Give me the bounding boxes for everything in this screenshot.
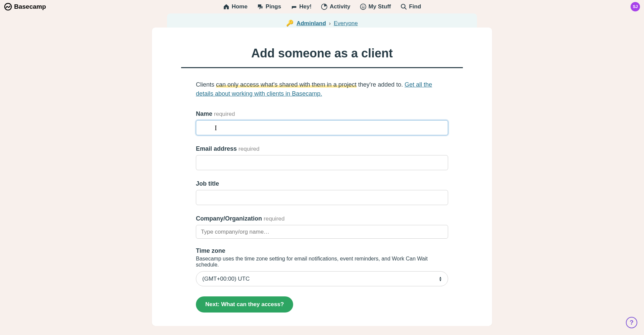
name-label: Name required xyxy=(196,110,448,117)
brand-name: Basecamp xyxy=(14,3,46,10)
jobtitle-label-text: Job title xyxy=(196,180,219,187)
breadcrumb-adminland-link[interactable]: Adminland xyxy=(297,20,326,27)
nav-pings[interactable]: Pings xyxy=(257,3,281,10)
nav-activity[interactable]: Activity xyxy=(321,3,350,10)
home-icon xyxy=(223,3,230,10)
avatar-initials: SJ xyxy=(633,4,638,9)
email-label: Email address required xyxy=(196,145,448,152)
intro-prefix: Clients xyxy=(196,81,216,88)
company-label-text: Company/Organization xyxy=(196,215,262,222)
title-divider xyxy=(181,67,463,68)
key-icon: 🔑 xyxy=(286,20,293,27)
nav-hey[interactable]: Hey! xyxy=(290,3,312,10)
email-required: required xyxy=(238,146,259,152)
activity-icon xyxy=(321,3,328,10)
nav-mystuff-label: My Stuff xyxy=(368,3,391,10)
breadcrumb-separator: › xyxy=(329,20,331,27)
name-input[interactable] xyxy=(196,120,448,135)
intro-highlight: can only access what's shared with them … xyxy=(216,81,357,88)
find-icon xyxy=(400,3,407,10)
help-icon: ? xyxy=(630,319,634,326)
intro-text: Clients can only access what's shared wi… xyxy=(196,80,448,98)
timezone-help: Basecamp uses the time zone setting for … xyxy=(196,256,448,268)
submit-button[interactable]: Next: What can they access? xyxy=(196,296,293,313)
jobtitle-input[interactable] xyxy=(196,190,448,205)
timezone-label-text: Time zone xyxy=(196,247,225,254)
help-button[interactable]: ? xyxy=(626,317,637,326)
name-required: required xyxy=(214,111,235,117)
breadcrumb-everyone-link[interactable]: Everyone xyxy=(334,20,358,27)
nav-home-label: Home xyxy=(232,3,248,10)
email-label-text: Email address xyxy=(196,145,237,152)
timezone-select[interactable]: (GMT+00:00) UTC xyxy=(196,271,448,286)
company-required: required xyxy=(264,216,284,222)
nav-mystuff[interactable]: My Stuff xyxy=(360,3,391,10)
brand-logo[interactable]: Basecamp xyxy=(4,3,46,11)
name-label-text: Name xyxy=(196,110,212,117)
company-label: Company/Organization required xyxy=(196,215,448,222)
main-card: Add someone as a client Clients can only… xyxy=(152,28,492,326)
company-input[interactable] xyxy=(196,225,448,239)
svg-line-6 xyxy=(405,8,406,9)
nav-find-label: Find xyxy=(409,3,421,10)
nav-hey-label: Hey! xyxy=(299,3,312,10)
nav-activity-label: Activity xyxy=(330,3,350,10)
nav-pings-label: Pings xyxy=(266,3,281,10)
basecamp-logo-icon xyxy=(4,3,12,11)
hey-icon xyxy=(290,3,297,10)
page-title: Add someone as a client xyxy=(179,46,465,67)
email-input[interactable] xyxy=(196,155,448,170)
nav-home[interactable]: Home xyxy=(223,3,248,10)
jobtitle-label: Job title xyxy=(196,180,448,187)
nav-find[interactable]: Find xyxy=(400,3,421,10)
svg-point-3 xyxy=(362,6,363,6)
text-cursor-icon: I xyxy=(215,124,217,132)
svg-point-2 xyxy=(360,4,366,10)
pings-icon xyxy=(257,3,264,10)
timezone-label: Time zone xyxy=(196,247,448,254)
mystuff-icon xyxy=(360,3,366,10)
user-avatar[interactable]: SJ xyxy=(631,2,640,11)
svg-point-4 xyxy=(364,6,365,6)
intro-middle: they're added to. xyxy=(357,81,405,88)
